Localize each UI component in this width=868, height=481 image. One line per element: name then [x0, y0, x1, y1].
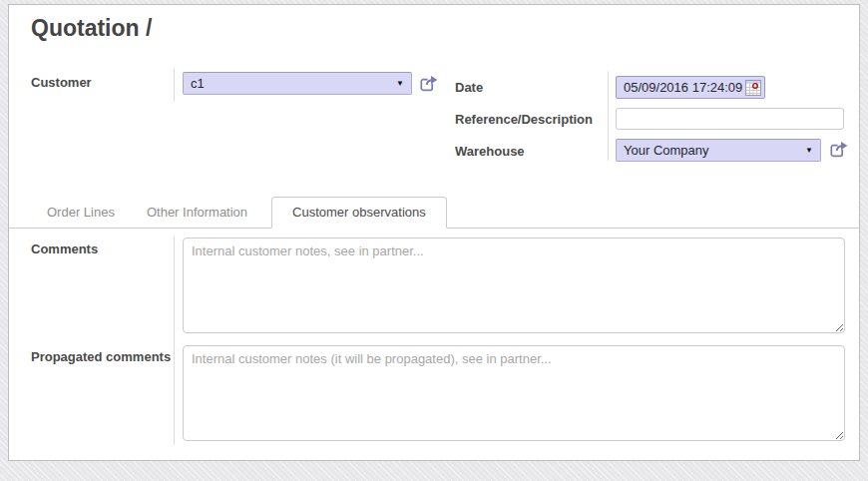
warehouse-value: Your Company [624, 143, 709, 158]
customer-value: c1 [191, 76, 205, 91]
customer-select[interactable]: c1 ▼ [183, 72, 412, 95]
separator [174, 68, 175, 102]
tab-bar: Order Lines Other Information Customer o… [9, 197, 859, 229]
tab-other-information[interactable]: Other Information [131, 198, 263, 228]
caret-down-icon: ▼ [805, 147, 813, 155]
date-label: Date [455, 80, 483, 95]
comments-label: Comments [31, 241, 98, 256]
reference-label: Reference/Description [455, 112, 593, 127]
date-value: 05/09/2016 17:24:09 [624, 80, 742, 95]
tab-customer-observations[interactable]: Customer observations [271, 197, 447, 229]
separator [174, 237, 175, 445]
warehouse-label: Warehouse [455, 144, 525, 159]
warehouse-select[interactable]: Your Company ▼ [616, 139, 821, 162]
calendar-icon[interactable] [744, 79, 762, 97]
quotation-form: Quotation / Customer c1 ▼ Date Reference… [8, 4, 860, 461]
separator [608, 71, 609, 161]
external-link-icon[interactable] [418, 73, 439, 94]
page-title: Quotation / [31, 15, 152, 42]
caret-down-icon: ▼ [396, 80, 404, 88]
propagated-comments-textarea[interactable] [183, 345, 845, 441]
tab-order-lines[interactable]: Order Lines [31, 198, 131, 228]
comments-textarea[interactable] [183, 238, 845, 333]
page-background: Quotation / Customer c1 ▼ Date Reference… [0, 0, 868, 481]
external-link-icon[interactable] [828, 139, 849, 160]
date-input[interactable]: 05/09/2016 17:24:09 [616, 76, 765, 99]
customer-label: Customer [31, 75, 92, 90]
reference-input[interactable] [616, 108, 844, 130]
propagated-comments-label: Propagated comments [31, 349, 171, 364]
